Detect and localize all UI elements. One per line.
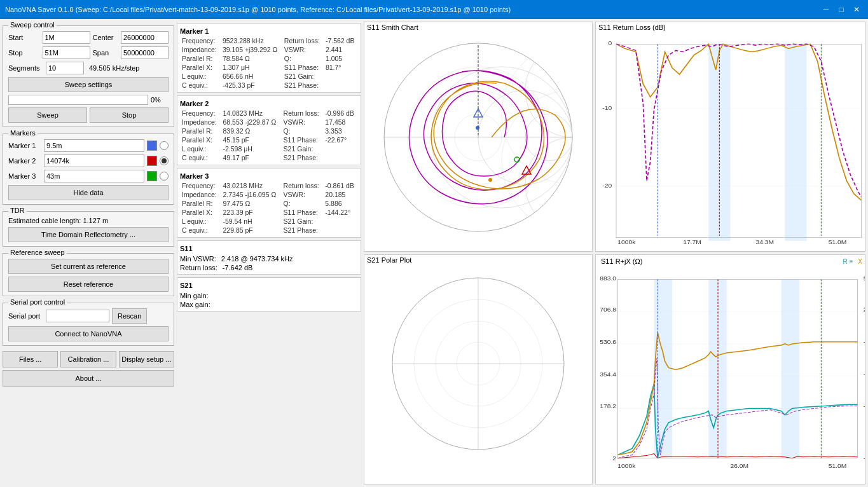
connect-button[interactable]: Connect to NanoVNA — [8, 326, 169, 341]
progress-label: 0% — [151, 96, 169, 104]
marker1-data-title: Marker 1 — [180, 26, 358, 36]
maximize-button[interactable]: □ — [835, 3, 848, 16]
m1-s21g-value — [324, 72, 358, 81]
marker3-input[interactable] — [44, 170, 144, 182]
s11-min-vswr-value: 2.418 @ 9473.734 kHz — [221, 255, 293, 263]
m1-pr-label: Parallel R: — [180, 54, 221, 63]
span-input[interactable] — [121, 46, 169, 59]
main-content: Sweep control Start Center Stop Span Seg… — [0, 19, 868, 487]
stop-row: Stop Span — [8, 46, 169, 59]
sweep-control-title: Sweep control — [8, 21, 57, 29]
segments-row: Segments 49.505 kHz/step — [8, 62, 169, 74]
svg-text:-20: -20 — [602, 182, 612, 188]
smith-chart-title: S11 Smith Chart — [364, 22, 592, 32]
svg-point-17 — [488, 178, 492, 182]
svg-rect-68 — [782, 279, 800, 458]
start-row: Start Center — [8, 31, 169, 44]
center-label: Center — [93, 34, 119, 41]
marker3-color — [147, 171, 157, 181]
m3-freq-value: 43.0218 MHz — [221, 181, 282, 190]
marker2-input[interactable] — [44, 154, 144, 167]
center-input[interactable] — [121, 31, 169, 44]
m2-s21g-value — [323, 144, 358, 153]
m2-freq-value: 14.0823 MHz — [221, 109, 282, 118]
tdr-button[interactable]: Time Domain Reflectometry ... — [8, 227, 169, 242]
segments-label: Segments — [8, 64, 43, 72]
return-loss-chart-title: S11 Return Loss (dB) — [596, 22, 865, 32]
m2-pr-value: 839.32 Ω — [221, 127, 282, 135]
tdr-title: TDR — [8, 207, 27, 214]
marker2-color — [147, 156, 157, 166]
m2-leq-value: -2.598 μH — [221, 144, 282, 153]
s11-min-vswr-label: Min VSWR: — [180, 255, 216, 263]
marker1-radio[interactable] — [160, 141, 169, 150]
marker-data-panel: Marker 1 Frequency:9523.288 kHz Return l… — [177, 22, 361, 484]
m1-s21g-label: S21 Gain: — [282, 72, 324, 81]
m3-s11p-value: -144.22° — [323, 208, 358, 217]
marker1-input[interactable] — [44, 139, 144, 152]
marker2-radio[interactable] — [160, 156, 169, 165]
svg-text:2: 2 — [612, 455, 616, 461]
serial-port-input[interactable] — [46, 310, 109, 322]
display-setup-button[interactable]: Display setup ... — [119, 351, 174, 367]
m1-imp-value: 39.105 +j39.292 Ω — [221, 45, 282, 54]
close-button[interactable]: ✕ — [850, 3, 863, 16]
marker2-data-section: Marker 2 Frequency:14.0823 MHz Return lo… — [177, 95, 361, 165]
svg-text:-637.8: -637.8 — [864, 403, 865, 409]
svg-text:17.7M: 17.7M — [683, 238, 701, 245]
m1-pr-value: 78.584 Ω — [221, 54, 282, 63]
m1-px-label: Parallel X: — [180, 63, 221, 72]
rescan-button[interactable]: Rescan — [112, 308, 147, 324]
hide-data-button[interactable]: Hide data — [8, 185, 169, 200]
segments-input[interactable] — [46, 62, 84, 74]
minimize-button[interactable]: ─ — [820, 3, 832, 16]
svg-text:354.4: 354.4 — [600, 371, 616, 377]
marker2-label: Marker 2 — [8, 157, 41, 165]
svg-text:-10: -10 — [602, 104, 612, 111]
svg-text:34.3M: 34.3M — [756, 238, 775, 245]
m1-s21ph-value — [324, 81, 358, 90]
charts-area: S11 Smith Chart — [364, 22, 865, 484]
m3-px-value: 223.39 pF — [221, 208, 282, 217]
files-button[interactable]: Files ... — [3, 351, 58, 367]
about-button[interactable]: About ... — [3, 370, 174, 387]
stop-input[interactable] — [43, 46, 90, 59]
s21-max-gain-label: Max gain: — [180, 301, 210, 308]
reference-sweep-title: Reference sweep — [8, 249, 67, 256]
sweep-settings-button[interactable]: Sweep settings — [8, 77, 169, 92]
s21-min-gain-label: Min gain: — [180, 292, 209, 299]
m2-px-value: 45.15 pF — [221, 135, 282, 144]
s11-summary-title: S11 — [180, 244, 358, 254]
m1-freq-label: Frequency: — [180, 36, 221, 45]
m2-ceq-value: 49.17 pF — [221, 153, 282, 162]
markers-group: Markers Marker 1 Marker 2 Marker 3 Hid — [3, 134, 174, 205]
marker2-row: Marker 2 — [8, 154, 169, 167]
set-current-reference-button[interactable]: Set current as reference — [8, 259, 169, 274]
reset-reference-button[interactable]: Reset reference — [8, 277, 169, 292]
start-label: Start — [8, 34, 40, 41]
smith-chart-box: S11 Smith Chart — [364, 22, 593, 252]
svg-text:1000k: 1000k — [617, 462, 635, 469]
m1-s11p-value: 81.7° — [324, 63, 358, 72]
svg-text:51.0M: 51.0M — [829, 462, 847, 469]
m2-rl-value: -0.996 dB — [323, 109, 358, 118]
svg-text:26.0M: 26.0M — [731, 462, 749, 469]
stop-button[interactable]: Stop — [90, 107, 169, 123]
polar-chart-svg — [364, 265, 592, 453]
start-input[interactable] — [43, 31, 90, 44]
marker3-radio[interactable] — [160, 172, 169, 181]
m2-s21ph-value — [323, 153, 358, 162]
serial-port-title: Serial port control — [8, 298, 67, 306]
svg-text:883.0: 883.0 — [600, 275, 616, 282]
calibration-button[interactable]: Calibration ... — [60, 351, 116, 367]
svg-text:706.8: 706.8 — [600, 306, 616, 313]
tdr-cable-length: Estimated cable length: 1.127 m — [8, 217, 169, 224]
sweep-button[interactable]: Sweep — [8, 107, 87, 123]
impedance-svg: 883.0 706.8 530.6 354.4 178.2 2 562.8 26… — [596, 268, 865, 471]
tdr-cable-label: Estimated cable length: — [8, 217, 81, 224]
marker1-row: Marker 1 — [8, 139, 169, 152]
serial-port-group: Serial port control Serial port Rescan C… — [3, 303, 174, 346]
progress-row: 0% — [8, 95, 169, 105]
tdr-cable-value: 1.127 m — [83, 217, 108, 224]
span-label: Span — [93, 49, 119, 57]
